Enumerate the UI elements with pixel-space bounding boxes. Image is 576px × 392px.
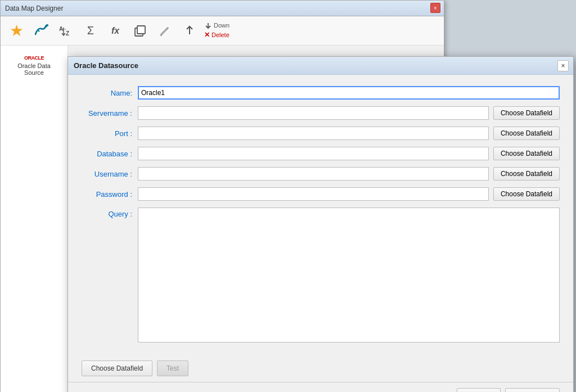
- dialog-titlebar: Oracle Datasource ×: [68, 57, 573, 75]
- dialog-footer: ✓ OK ✕ Cancel: [68, 382, 573, 392]
- username-label: Username :: [82, 170, 138, 178]
- svg-rect-6: [137, 26, 145, 34]
- password-label: Password :: [82, 190, 138, 199]
- mysql-icon[interactable]: [31, 21, 51, 41]
- port-choose-datafield-button[interactable]: Choose Datafield: [493, 127, 560, 140]
- password-row: Password : Choose Datafield: [82, 187, 560, 201]
- port-input[interactable]: [138, 127, 489, 140]
- sort-az-icon[interactable]: A Z: [56, 21, 76, 41]
- down-delete-group: Down ✕ Delete: [204, 21, 230, 39]
- servername-row: Servername : Choose Datafield: [82, 106, 560, 120]
- ok-button[interactable]: ✓ OK: [457, 388, 500, 392]
- down-button[interactable]: Down: [204, 21, 230, 30]
- copy-icon[interactable]: [130, 21, 150, 41]
- star-icon[interactable]: ★: [6, 21, 26, 41]
- servername-label: Servername :: [82, 109, 138, 118]
- bg-window-title: Data Map Designer: [5, 4, 63, 12]
- name-row: Name:: [82, 86, 560, 100]
- dialog-body: Name: Servername : Choose Datafield Port…: [68, 75, 573, 361]
- database-input[interactable]: [138, 147, 489, 160]
- toolbar: ★ A Z Σ fx: [1, 16, 444, 46]
- dialog-title: Oracle Datasource: [74, 61, 138, 70]
- query-label: Query :: [82, 208, 138, 218]
- choose-datafield-bottom-button[interactable]: Choose Datafield: [82, 361, 152, 376]
- sidebar-panel: ORACLE Oracle Data Source: [1, 46, 68, 392]
- sum-icon[interactable]: Σ: [80, 21, 101, 41]
- edit-icon[interactable]: [155, 21, 175, 41]
- port-row: Port : Choose Datafield: [82, 127, 560, 140]
- bg-close-button[interactable]: ×: [430, 3, 440, 13]
- fx-icon[interactable]: fx: [105, 21, 125, 41]
- svg-text:Z: Z: [66, 30, 69, 37]
- query-textarea[interactable]: [138, 208, 560, 343]
- test-button[interactable]: Test: [157, 361, 188, 376]
- svg-point-0: [38, 30, 40, 31]
- sidebar-item-label: Oracle Data Source: [17, 62, 51, 76]
- username-input[interactable]: [138, 167, 489, 181]
- query-row: Query :: [82, 208, 560, 343]
- password-choose-datafield-button[interactable]: Choose Datafield: [493, 187, 560, 201]
- username-row: Username : Choose Datafield: [82, 167, 560, 181]
- database-choose-datafield-button[interactable]: Choose Datafield: [493, 147, 560, 160]
- port-label: Port :: [82, 129, 138, 138]
- delete-button[interactable]: ✕ Delete: [204, 30, 230, 40]
- dialog-bottom-buttons: Choose Datafield Test: [68, 361, 573, 382]
- password-input[interactable]: [138, 187, 489, 201]
- username-choose-datafield-button[interactable]: Choose Datafield: [493, 167, 560, 181]
- database-row: Database : Choose Datafield: [82, 147, 560, 160]
- servername-input[interactable]: [138, 106, 489, 120]
- sidebar-item-oracle-data-source[interactable]: ORACLE Oracle Data Source: [1, 51, 68, 80]
- name-input[interactable]: [138, 86, 560, 100]
- database-label: Database :: [82, 150, 138, 158]
- oracle-logo: ORACLE: [24, 56, 44, 61]
- cancel-button[interactable]: ✕ Cancel: [505, 388, 560, 392]
- name-label: Name:: [82, 89, 138, 97]
- dialog-close-button[interactable]: ×: [557, 60, 569, 71]
- servername-choose-datafield-button[interactable]: Choose Datafield: [493, 106, 560, 120]
- up-icon[interactable]: [179, 21, 200, 41]
- oracle-datasource-dialog: Oracle Datasource × Name: Servername : C…: [68, 56, 574, 392]
- bg-titlebar: Data Map Designer ×: [1, 1, 444, 16]
